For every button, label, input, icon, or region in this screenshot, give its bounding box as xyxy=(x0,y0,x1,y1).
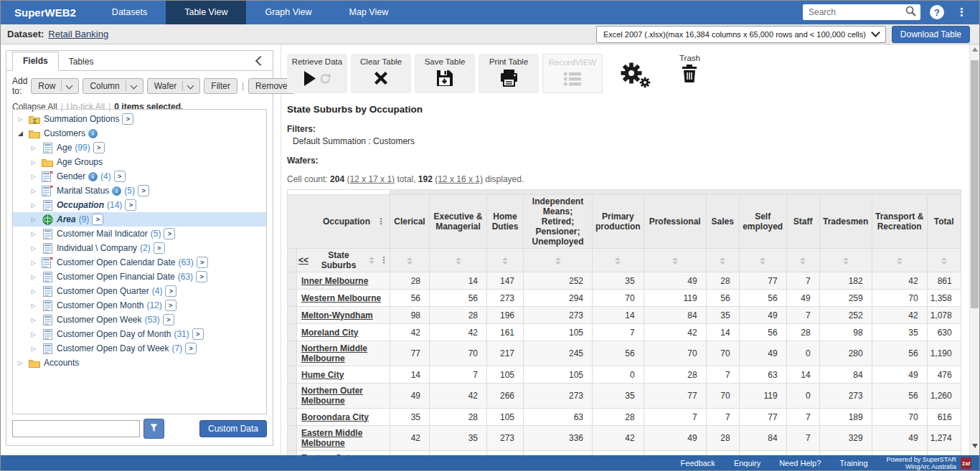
nav-item-graph-view[interactable]: Graph View xyxy=(246,0,330,24)
save-table-button[interactable]: Save Table xyxy=(415,54,475,93)
row-axis-back-link[interactable]: << xyxy=(298,255,308,265)
custom-data-button[interactable]: Custom Data xyxy=(199,420,267,437)
scrollbar-thumb[interactable] xyxy=(971,60,979,308)
sort-icon[interactable] xyxy=(897,257,903,265)
dropdown-caret-icon[interactable] xyxy=(187,82,194,89)
field-action-button[interactable]: > xyxy=(185,343,197,354)
page-scrollbar[interactable] xyxy=(969,44,979,455)
tree-item-customer-open-month[interactable]: ▷Customer Open Month(12)> xyxy=(13,298,266,313)
info-icon[interactable]: i xyxy=(88,129,98,138)
field-action-button[interactable]: > xyxy=(93,142,105,153)
expand-arrow-icon[interactable]: ▷ xyxy=(29,145,38,151)
search-box[interactable] xyxy=(803,4,920,20)
expand-arrow-icon[interactable]: ▷ xyxy=(16,116,25,123)
expand-arrow-icon[interactable]: ▷ xyxy=(29,159,38,166)
tree-item-marital-status[interactable]: ▷*Marital Statusi(5)> xyxy=(13,184,266,198)
sort-icon[interactable] xyxy=(760,257,765,265)
tree-item-summation-options[interactable]: ▷ΣSummation Options> xyxy=(13,112,266,126)
tree-item-customer-open-day-of-month[interactable]: ▷Customer Open Day of Month(31)> xyxy=(13,327,266,341)
tree-item-age[interactable]: ▷Age(99)> xyxy=(13,141,266,155)
row-label-link[interactable]: Western Melbourne xyxy=(301,293,381,303)
expand-arrow-icon[interactable]: ▷ xyxy=(29,217,38,223)
sort-icon[interactable] xyxy=(800,257,806,265)
sort-icon[interactable] xyxy=(407,257,413,265)
nav-item-datasets[interactable]: Datasets xyxy=(93,0,166,24)
tree-item-area[interactable]: ▷Area(9)> xyxy=(13,212,266,227)
sort-icon[interactable] xyxy=(502,257,508,265)
field-action-button[interactable]: > xyxy=(165,285,176,297)
field-action-button[interactable]: > xyxy=(163,314,174,325)
tree-item-customers[interactable]: ◢Customersi xyxy=(13,126,266,141)
cell-count-total-dims-link[interactable]: (12 x 17 x 1) xyxy=(347,174,395,184)
sort-icon[interactable] xyxy=(456,257,461,265)
tree-item-gender[interactable]: ▷*Genderi(4)> xyxy=(13,169,266,184)
add-to-filter-button[interactable]: Filter xyxy=(204,78,237,94)
expand-arrow-icon[interactable]: ▷ xyxy=(29,288,38,295)
field-action-button[interactable]: > xyxy=(154,242,165,254)
expand-arrow-icon[interactable]: ▷ xyxy=(29,346,38,352)
sort-icon[interactable] xyxy=(672,257,678,265)
expand-arrow-icon[interactable]: ▷ xyxy=(29,260,38,266)
expand-arrow-icon[interactable]: ▷ xyxy=(29,231,38,237)
tree-item-accounts[interactable]: ▷Accounts xyxy=(13,356,266,370)
tree-item-customer-open-day-of-week[interactable]: ▷Customer Open Day of Week(7)> xyxy=(13,341,266,356)
footer-link-training[interactable]: Training xyxy=(839,459,867,467)
expand-arrow-icon[interactable]: ▷ xyxy=(29,317,38,323)
retrieve-data-button[interactable]: Retrieve Data xyxy=(287,54,347,93)
search-icon[interactable] xyxy=(905,6,916,19)
scroll-up-icon[interactable] xyxy=(972,47,978,52)
row-label-link[interactable]: Northern Middle Melbourne xyxy=(301,343,367,363)
field-action-button[interactable]: > xyxy=(114,171,126,182)
print-table-button[interactable]: Print Table xyxy=(479,54,539,93)
sort-icon[interactable] xyxy=(720,257,725,265)
search-input[interactable] xyxy=(807,6,905,18)
add-to-column-button[interactable]: Column xyxy=(83,78,143,94)
expand-arrow-icon[interactable]: ▷ xyxy=(29,274,38,280)
cell-count-displayed-dims-link[interactable]: (12 x 16 x 1) xyxy=(435,174,483,184)
tree-item-customer-open-calendar-date[interactable]: ▷*Customer Open Calendar Date(63)> xyxy=(13,255,266,270)
trash-button[interactable]: Trash xyxy=(679,54,700,85)
row-axis-menu-kebab-icon[interactable]: ⋮ xyxy=(380,256,388,265)
field-action-button[interactable]: > xyxy=(164,228,175,239)
menu-kebab-icon[interactable]: ⋮ xyxy=(953,6,970,19)
info-icon[interactable]: i xyxy=(112,186,121,196)
info-icon[interactable]: i xyxy=(88,172,98,181)
sort-icon[interactable] xyxy=(615,257,621,265)
expand-arrow-icon[interactable]: ▷ xyxy=(29,173,38,180)
nav-item-table-view[interactable]: Table View xyxy=(166,0,246,24)
column-axis-menu-kebab-icon[interactable]: ⋮ xyxy=(377,217,385,226)
row-label-link[interactable]: Northern Outer Melbourne xyxy=(301,386,363,406)
field-action-button[interactable]: > xyxy=(92,214,103,225)
nav-item-map-view[interactable]: Map View xyxy=(331,0,407,24)
field-action-button[interactable]: > xyxy=(122,113,133,125)
expand-arrow-icon[interactable]: ▷ xyxy=(29,245,38,252)
footer-link-enquiry[interactable]: Enquiry xyxy=(734,459,760,467)
download-format-select[interactable]: Excel 2007 (.xlsx)(max 16,384 columns x … xyxy=(596,26,886,43)
tree-item-individual-company[interactable]: ▷Individual \ Company(2)> xyxy=(13,241,266,255)
dropdown-caret-icon[interactable] xyxy=(130,82,137,89)
download-table-button[interactable]: Download Table xyxy=(892,26,970,43)
panel-splitter[interactable] xyxy=(281,44,281,455)
tree-item-customer-open-quarter[interactable]: ▷Customer Open Quarter(4)> xyxy=(13,284,266,298)
add-to-wafer-button[interactable]: Wafer xyxy=(147,78,201,94)
row-label-link[interactable]: Boroondara City xyxy=(301,412,369,422)
field-action-button[interactable]: > xyxy=(138,185,149,196)
field-action-button[interactable]: > xyxy=(196,271,207,282)
dataset-name-link[interactable]: Retail Banking xyxy=(48,29,108,39)
field-search-input[interactable] xyxy=(12,420,140,437)
tab-tables[interactable]: Tables xyxy=(59,53,104,71)
add-to-row-button[interactable]: Row xyxy=(31,78,79,94)
footer-link-need-help[interactable]: Need Help? xyxy=(779,459,821,467)
row-label-link[interactable]: Hume City xyxy=(301,370,344,380)
dropdown-caret-icon[interactable] xyxy=(66,82,73,89)
row-label-link[interactable]: Moreland City xyxy=(301,328,358,338)
expand-arrow-icon[interactable]: ▷ xyxy=(16,360,25,366)
field-action-button[interactable]: > xyxy=(165,300,176,311)
expand-arrow-icon[interactable]: ▷ xyxy=(29,188,38,194)
table-options-gear-icon[interactable] xyxy=(618,60,652,90)
expand-arrow-icon[interactable]: ▷ xyxy=(29,331,38,338)
sort-icon[interactable] xyxy=(843,257,849,265)
field-action-button[interactable]: > xyxy=(125,199,136,211)
field-action-button[interactable]: > xyxy=(192,328,204,340)
field-action-button[interactable]: > xyxy=(197,257,208,268)
